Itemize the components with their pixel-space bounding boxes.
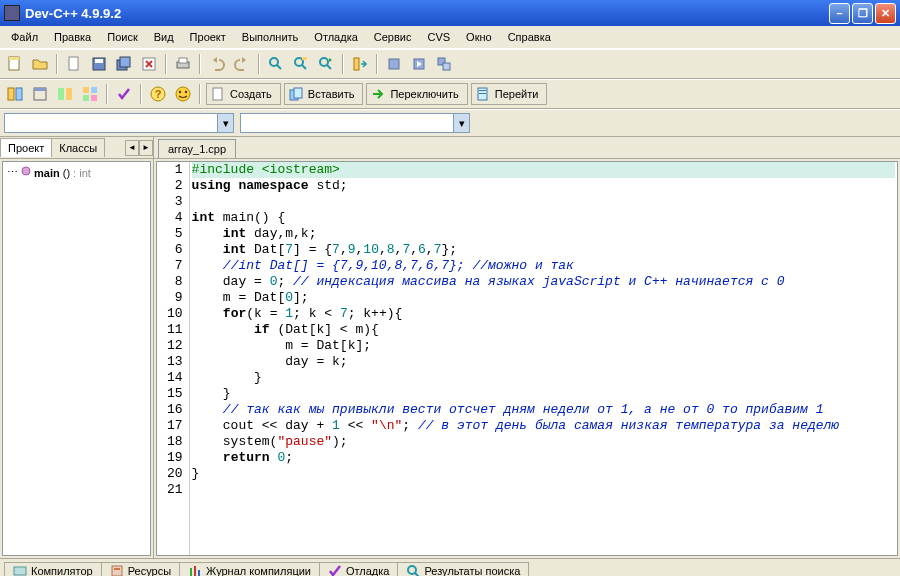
svg-rect-6: [120, 57, 130, 67]
titlebar: Dev-C++ 4.9.9.2 – ❐ ✕: [0, 0, 900, 26]
menu-Вид[interactable]: Вид: [147, 29, 181, 45]
chevron-down-icon[interactable]: ▾: [217, 114, 233, 132]
goto-line-icon[interactable]: [349, 53, 371, 75]
find-next-icon[interactable]: [315, 53, 337, 75]
menu-Проект[interactable]: Проект: [183, 29, 233, 45]
maximize-button[interactable]: ❐: [852, 3, 873, 24]
svg-rect-23: [58, 88, 64, 100]
sidebar-tab-project[interactable]: Проект: [0, 138, 52, 157]
svg-rect-26: [91, 87, 97, 93]
check-icon[interactable]: [113, 83, 135, 105]
svg-rect-46: [198, 570, 200, 576]
svg-point-11: [295, 58, 303, 66]
svg-rect-15: [389, 59, 399, 69]
save-all-icon[interactable]: [113, 53, 135, 75]
tab-icon: [406, 564, 420, 577]
menu-Отладка[interactable]: Отладка: [307, 29, 364, 45]
bottom-tab-3[interactable]: Отладка: [319, 562, 398, 576]
bottom-tab-4[interactable]: Результаты поиска: [397, 562, 529, 576]
compile-icon[interactable]: [383, 53, 405, 75]
svg-rect-38: [479, 90, 486, 91]
menu-Правка[interactable]: Правка: [47, 29, 98, 45]
menu-Файл[interactable]: Файл: [4, 29, 45, 45]
menubar: ФайлПравкаПоискВидПроектВыполнитьОтладка…: [0, 26, 900, 49]
tab-icon: [110, 564, 124, 577]
menu-Сервис[interactable]: Сервис: [367, 29, 419, 45]
menu-Окно[interactable]: Окно: [459, 29, 499, 45]
run-icon[interactable]: [408, 53, 430, 75]
chevron-down-icon[interactable]: ▾: [453, 114, 469, 132]
menu-Поиск[interactable]: Поиск: [100, 29, 144, 45]
bottom-tab-1[interactable]: Ресурсы: [101, 562, 180, 576]
svg-point-40: [22, 167, 30, 175]
close-doc-icon[interactable]: [138, 53, 160, 75]
svg-rect-9: [179, 58, 187, 63]
find-icon[interactable]: [265, 53, 287, 75]
svg-point-13: [320, 58, 328, 66]
svg-rect-14: [354, 58, 359, 70]
compile-run-icon[interactable]: [433, 53, 455, 75]
undo-icon[interactable]: [206, 53, 228, 75]
print-icon[interactable]: [172, 53, 194, 75]
toolbar-main: [0, 49, 900, 79]
redo-icon[interactable]: [231, 53, 253, 75]
svg-rect-19: [8, 88, 14, 100]
goto-button[interactable]: Перейти: [471, 83, 548, 105]
svg-rect-18: [443, 63, 450, 70]
svg-rect-34: [213, 88, 222, 100]
app-icon: [4, 5, 20, 21]
bottom-tabs: КомпиляторРесурсыЖурнал компиляцииОтладк…: [0, 558, 900, 576]
switch-button[interactable]: Переключить: [366, 83, 467, 105]
sidebar: Проект Классы ◄ ► ⋯ main(): int: [0, 137, 154, 558]
win2-icon[interactable]: [29, 83, 51, 105]
menu-CVS[interactable]: CVS: [420, 29, 457, 45]
svg-rect-27: [83, 95, 89, 101]
svg-rect-24: [66, 88, 72, 100]
tree-node-main[interactable]: ⋯ main(): int: [7, 166, 146, 179]
tab-scroll-right-icon[interactable]: ►: [139, 140, 153, 156]
svg-rect-44: [190, 568, 192, 576]
code-content[interactable]: #include <iostream>using namespace std;i…: [190, 162, 897, 555]
project-tree[interactable]: ⋯ main(): int: [2, 161, 151, 556]
replace-icon[interactable]: [290, 53, 312, 75]
close-button[interactable]: ✕: [875, 3, 896, 24]
about-icon[interactable]: [172, 83, 194, 105]
file-tabs: array_1.cpp: [154, 137, 900, 159]
window-title: Dev-C++ 4.9.9.2: [25, 6, 829, 21]
combo-left[interactable]: ▾: [4, 113, 234, 133]
sidebar-tab-classes[interactable]: Классы: [51, 138, 105, 157]
tab-icon: [188, 564, 202, 577]
win4-icon[interactable]: [79, 83, 101, 105]
insert-button[interactable]: Вставить: [284, 83, 364, 105]
menu-Справка[interactable]: Справка: [501, 29, 558, 45]
win3-icon[interactable]: [54, 83, 76, 105]
svg-rect-45: [194, 566, 196, 576]
svg-point-32: [179, 91, 181, 93]
tab-icon: [328, 564, 342, 577]
blank-doc-icon[interactable]: [63, 53, 85, 75]
open-icon[interactable]: [29, 53, 51, 75]
help-icon[interactable]: ?: [147, 83, 169, 105]
bottom-tab-2[interactable]: Журнал компиляции: [179, 562, 320, 576]
svg-point-31: [176, 87, 190, 101]
svg-rect-22: [34, 88, 46, 91]
svg-rect-20: [16, 88, 22, 100]
tab-scroll-left-icon[interactable]: ◄: [125, 140, 139, 156]
code-editor[interactable]: 123456789101112131415161718192021 #inclu…: [156, 161, 898, 556]
svg-point-33: [185, 91, 187, 93]
svg-rect-43: [114, 568, 120, 570]
svg-rect-41: [14, 567, 26, 575]
tab-icon: [13, 564, 27, 577]
create-button[interactable]: Создать: [206, 83, 281, 105]
toolbar-secondary: ? Создать Вставить Переключить Перейти: [0, 79, 900, 109]
combo-right[interactable]: ▾: [240, 113, 470, 133]
svg-rect-28: [91, 95, 97, 101]
file-tab[interactable]: array_1.cpp: [158, 139, 236, 158]
win1-icon[interactable]: [4, 83, 26, 105]
minimize-button[interactable]: –: [829, 3, 850, 24]
svg-text:?: ?: [155, 88, 162, 100]
save-icon[interactable]: [88, 53, 110, 75]
menu-Выполнить[interactable]: Выполнить: [235, 29, 305, 45]
bottom-tab-0[interactable]: Компилятор: [4, 562, 102, 576]
new-icon[interactable]: [4, 53, 26, 75]
